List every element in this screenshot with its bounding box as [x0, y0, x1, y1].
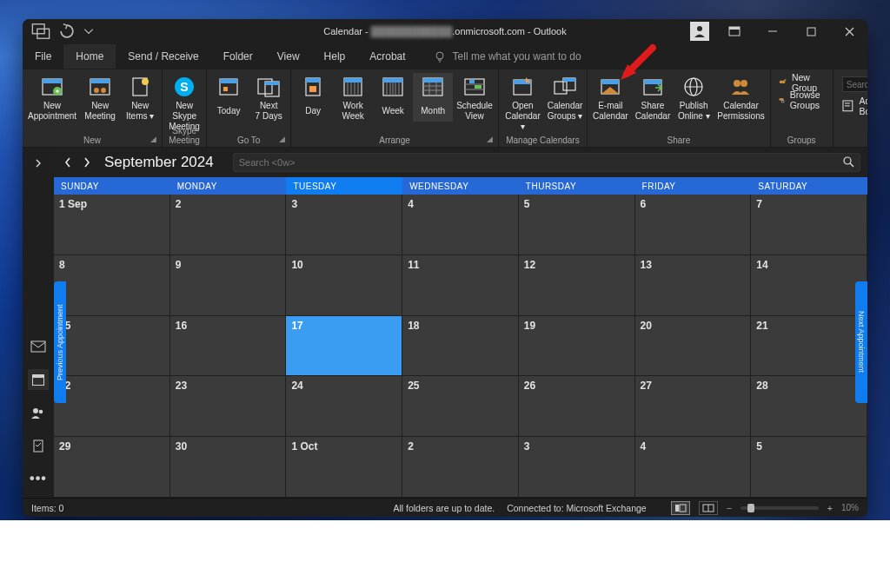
tab-file[interactable]: File — [23, 44, 63, 69]
day-button[interactable]: Day — [293, 73, 333, 122]
calendar-cell[interactable]: 26 — [519, 376, 635, 437]
calendar-cell[interactable]: 13 — [635, 255, 752, 316]
address-book-button[interactable]: Address Book — [842, 96, 867, 116]
calendar-cell[interactable]: 27 — [635, 376, 752, 437]
calendar-cell[interactable]: 3 — [519, 437, 635, 498]
undo-icon[interactable] — [57, 22, 76, 41]
tab-acrobat[interactable]: Acrobat — [357, 44, 417, 69]
schedule-button[interactable]: Schedule View — [453, 73, 496, 122]
calendar-cell[interactable]: 15 — [54, 316, 170, 377]
calendar-cell[interactable]: 8 — [54, 255, 170, 316]
calendar-search-input[interactable] — [239, 157, 842, 168]
next-appointment-tab[interactable]: Next Appointment — [855, 281, 867, 403]
calendar-cell[interactable]: 2 — [170, 195, 287, 255]
new-items-button[interactable]: New Items ▾ — [120, 73, 160, 122]
calendar-cell[interactable]: 24 — [286, 376, 402, 437]
share-cal-button[interactable]: Share Calendar — [632, 73, 674, 122]
date-number: 25 — [408, 380, 419, 392]
view-normal-icon[interactable] — [671, 501, 690, 515]
close-icon[interactable] — [831, 19, 867, 43]
previous-appointment-tab[interactable]: Previous Appointment — [54, 281, 66, 403]
week-row: 22232425262728 — [54, 376, 867, 437]
calendar-cell[interactable]: 22 — [54, 376, 170, 437]
dialog-launcher-icon[interactable]: ◢ — [150, 135, 159, 144]
calendar-nav-icon[interactable] — [28, 369, 49, 390]
dialog-launcher-icon[interactable]: ◢ — [487, 135, 495, 144]
ribbon-display-options-icon[interactable] — [716, 19, 753, 43]
month-button[interactable]: Month — [413, 73, 453, 122]
next7-button[interactable]: Next 7 Days — [249, 73, 289, 122]
new-group-button[interactable]: New Group — [778, 75, 826, 90]
calendar-cell[interactable]: 6 — [635, 195, 752, 255]
calendar-cell[interactable]: 1 Oct — [286, 437, 402, 498]
calendar-cell[interactable]: 28 — [751, 376, 867, 437]
calendar-cell[interactable]: 2 — [402, 437, 519, 498]
calendar-cell[interactable]: 7 — [751, 195, 867, 255]
calendar-cell[interactable]: 3 — [286, 195, 402, 255]
calendar-cell[interactable]: 1 Sep — [54, 195, 170, 255]
status-items-count: Items: 0 — [31, 503, 63, 513]
calendar-cell[interactable]: 16 — [170, 316, 287, 377]
calendar-cell[interactable]: 18 — [402, 316, 519, 377]
skype-button[interactable]: SNew Skype Meeting — [164, 73, 204, 132]
outlook-window: Calendar - ████████████.onmicrosoft.com … — [23, 19, 867, 517]
next-month-button[interactable] — [80, 155, 94, 169]
more-nav-icon[interactable]: ••• — [28, 468, 49, 489]
calendar-cell[interactable]: 30 — [170, 437, 287, 498]
tab-home[interactable]: Home — [63, 44, 116, 69]
tasks-nav-icon[interactable] — [28, 435, 49, 456]
zoom-plus-icon[interactable]: + — [827, 503, 833, 513]
qat-dropdown-icon[interactable] — [83, 22, 94, 41]
today-button[interactable]: Today — [209, 73, 249, 122]
open-cal-button[interactable]: Open Calendar ▾ — [501, 73, 545, 132]
cal-perm-button[interactable]: Calendar Permissions — [714, 73, 767, 122]
calendar-cell[interactable]: 5 — [519, 195, 635, 255]
tab-view[interactable]: View — [265, 44, 312, 69]
cal-groups-button[interactable]: Calendar Groups ▾ — [545, 73, 585, 132]
prev-month-button[interactable] — [61, 155, 75, 169]
calendar-cell[interactable]: 9 — [170, 255, 287, 316]
qat-customize-icon[interactable] — [31, 22, 50, 41]
mail-nav-icon[interactable] — [28, 336, 49, 357]
user-avatar[interactable] — [690, 22, 709, 41]
maximize-icon[interactable] — [793, 19, 829, 43]
date-number: 6 — [641, 198, 647, 210]
tab-send-receive[interactable]: Send / Receive — [116, 44, 210, 69]
date-number: 28 — [756, 380, 767, 392]
meeting-button[interactable]: New Meeting — [80, 73, 120, 122]
calendar-cell[interactable]: 23 — [170, 376, 287, 437]
calendar-cell[interactable]: 19 — [519, 316, 635, 377]
zoom-minus-icon[interactable]: − — [727, 503, 732, 513]
publish-button[interactable]: Publish Online ▾ — [674, 73, 714, 122]
minimize-icon[interactable] — [754, 19, 791, 43]
calendar-cell[interactable]: 4 — [402, 195, 519, 255]
tell-me-search[interactable]: Tell me what you want to do — [434, 50, 581, 63]
people-nav-icon[interactable] — [28, 402, 49, 423]
dialog-launcher-icon[interactable]: ◢ — [279, 135, 288, 144]
calendar-cell[interactable]: 5 — [751, 437, 867, 498]
workweek-button[interactable]: Work Week — [333, 73, 373, 122]
tab-help[interactable]: Help — [312, 44, 358, 69]
svg-point-20 — [142, 78, 149, 85]
calendar-cell[interactable]: 20 — [635, 316, 752, 377]
calendar-cell[interactable]: 29 — [54, 437, 170, 498]
calendar-search[interactable] — [233, 153, 860, 172]
calendar-cell[interactable]: 4 — [635, 437, 752, 498]
tab-folder[interactable]: Folder — [211, 44, 265, 69]
calendar-cell[interactable]: 10 — [286, 255, 402, 316]
calendar-cell[interactable]: 25 — [402, 376, 519, 437]
browse-groups-button[interactable]: Browse Groups — [778, 92, 826, 108]
expand-nav-icon[interactable] — [28, 153, 49, 174]
calendar-cell[interactable]: 11 — [402, 255, 519, 316]
calendar-cell[interactable]: 21 — [751, 316, 867, 377]
calendar-cell[interactable]: 12 — [519, 255, 635, 316]
calendar-cell[interactable]: 14 — [751, 255, 867, 316]
view-reading-icon[interactable] — [699, 501, 718, 515]
search-icon[interactable] — [842, 155, 854, 170]
search-people-input[interactable] — [842, 76, 867, 92]
email-cal-button[interactable]: E-mail Calendar — [589, 73, 632, 122]
calendar-cell[interactable]: 17 — [286, 316, 402, 377]
week-button[interactable]: Week — [373, 73, 413, 122]
zoom-slider[interactable] — [741, 506, 819, 510]
appointment-button[interactable]: New Appointment — [24, 73, 80, 122]
